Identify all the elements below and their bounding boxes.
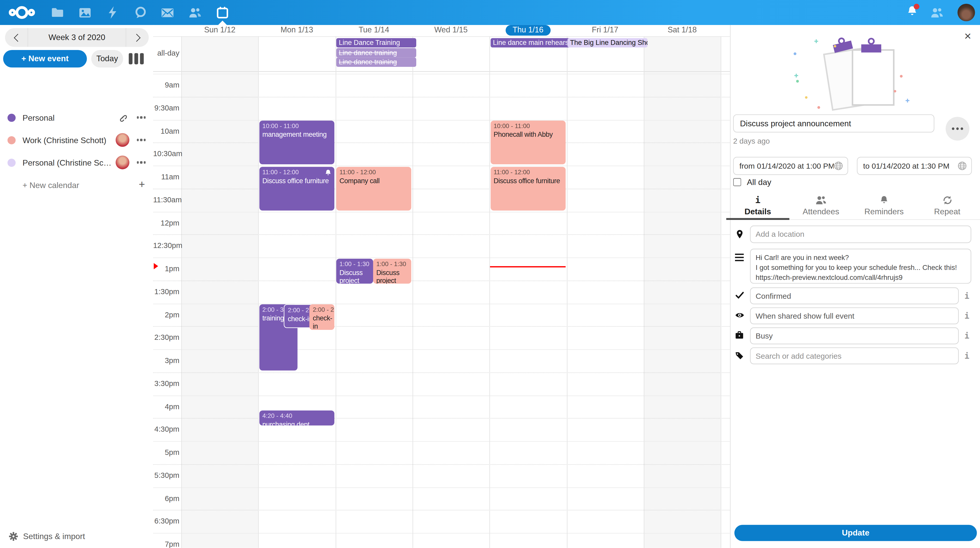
start-datetime-field[interactable]: from 01/14/2020 at 1:00 PM — [733, 157, 848, 175]
talk-app-icon[interactable] — [127, 0, 154, 25]
visibility-select[interactable] — [750, 307, 959, 324]
allday-event[interactable]: The Big Line Dancing Show — [568, 38, 648, 48]
categories-info-icon[interactable]: i — [963, 351, 971, 361]
status-check-icon — [735, 292, 745, 299]
timezone-globe-icon[interactable] — [958, 161, 967, 171]
new-event-button[interactable]: + New event — [3, 50, 87, 68]
visibility-info-icon[interactable]: i — [963, 311, 971, 321]
view-mode-button[interactable] — [129, 53, 144, 64]
previous-week-button[interactable] — [5, 28, 27, 47]
event-actions-menu-button[interactable] — [945, 117, 969, 141]
calendar-item[interactable]: Personal — [0, 108, 153, 127]
day-header[interactable]: Thu 1/16 — [490, 25, 566, 36]
event-title-input[interactable] — [733, 114, 935, 132]
calendar-menu-icon[interactable] — [135, 162, 148, 164]
time-label: 4:30pm — [153, 425, 180, 434]
files-app-icon[interactable] — [44, 0, 71, 25]
user-avatar[interactable] — [958, 4, 975, 21]
status-info-icon[interactable]: i — [963, 291, 971, 300]
description-textarea[interactable]: Hi Carl! are you in next week? I got som… — [750, 249, 971, 284]
time-label: 2pm — [153, 310, 180, 319]
day-header[interactable]: Sun 1/12 — [181, 25, 258, 36]
calendar-event[interactable]: 1:00 - 1:30 Discuss project — [373, 259, 411, 283]
time-label: 9am — [153, 81, 180, 89]
event-editor-panel: × 2 days ago from 01/14/2020 at 1:00 PM — [730, 25, 980, 548]
today-button[interactable]: Today — [91, 50, 123, 68]
allday-event[interactable]: Line Dance Training — [336, 38, 417, 48]
calendar-menu-icon[interactable] — [135, 117, 148, 119]
calendar-color-dot — [7, 159, 16, 167]
time-label: 6pm — [153, 494, 180, 503]
calendar-event[interactable]: 10:00 - 11:00 management meeting — [259, 121, 334, 164]
app-sidebar: Week 3 of 2020 + New event Today Persona… — [0, 25, 154, 548]
end-datetime-field[interactable]: to 01/14/2020 at 1:30 PM — [857, 157, 972, 175]
calendar-event[interactable]: 1:00 - 1:30 Discuss project announcement — [336, 259, 373, 283]
event-time: 10:00 - 11:00 — [493, 122, 563, 130]
photos-app-icon[interactable] — [71, 0, 99, 25]
location-pin-icon — [735, 229, 745, 239]
time-label: 11am — [153, 172, 180, 181]
day-header[interactable]: Tue 1/14 — [335, 25, 412, 36]
allday-label: all-day — [153, 49, 180, 57]
calendar-event[interactable]: 11:00 - 12:00 Company call — [336, 167, 412, 210]
new-calendar-button[interactable]: + New calendar + — [0, 176, 153, 194]
column-separator — [181, 36, 182, 548]
location-input[interactable] — [750, 226, 971, 243]
week-label[interactable]: Week 3 of 2020 — [27, 28, 126, 47]
notifications-bell-icon[interactable] — [898, 0, 926, 25]
calendar-item[interactable]: Personal (Christine Schott) — [0, 153, 153, 172]
tab-details[interactable]: i Details — [726, 192, 789, 219]
update-button[interactable]: Update — [735, 525, 977, 541]
contacts-app-icon[interactable] — [181, 0, 209, 25]
event-title: Phonecall with Abby — [493, 130, 563, 139]
tab-reminders[interactable]: Reminders — [853, 192, 915, 219]
activity-app-icon[interactable] — [99, 0, 126, 25]
calendar-event[interactable]: 10:00 - 11:00 Phonecall with Abby — [490, 121, 566, 164]
mail-app-icon[interactable] — [154, 0, 181, 25]
next-week-button[interactable] — [126, 28, 149, 47]
allday-event[interactable]: Line dance training — [336, 57, 417, 67]
week-grid: Sun 1/12Mon 1/13Tue 1/14Wed 1/15Thu 1/16… — [153, 25, 730, 548]
day-header[interactable]: Sat 1/18 — [644, 25, 721, 36]
freebusy-select[interactable] — [750, 327, 959, 344]
allday-event[interactable]: Line dance training — [336, 48, 417, 57]
day-header[interactable]: Fri 1/17 — [566, 25, 644, 36]
event-time: 1:00 - 1:30 — [339, 260, 370, 268]
app-window: Week 3 of 2020 + New event Today Persona… — [0, 0, 980, 548]
all-day-label: All day — [747, 178, 772, 187]
status-select[interactable] — [750, 288, 959, 304]
calendar-name: Personal (Christine Schott) — [22, 158, 114, 167]
categories-input[interactable] — [750, 348, 959, 364]
calendar-event[interactable]: 11:00 - 12:00 Discuss office furniture — [490, 167, 566, 210]
description-icon — [735, 254, 745, 261]
week-switcher: Week 3 of 2020 — [5, 28, 149, 47]
tab-label: Repeat — [916, 206, 979, 218]
event-title: Discuss office furniture — [262, 176, 331, 185]
calendar-event[interactable]: 11:00 - 12:00 Discuss office furniture — [259, 167, 334, 210]
calendar-event[interactable]: 4:20 - 4:40 purchasing dept — [259, 410, 334, 426]
time-label: 2:30pm — [153, 333, 180, 342]
close-icon[interactable]: × — [964, 30, 971, 42]
nextcloud-logo-icon[interactable] — [9, 5, 35, 20]
tab-label: Attendees — [789, 206, 853, 218]
calendar-event[interactable]: 2:00 - 2:30 check-in — [310, 304, 334, 330]
calendar-color-dot — [7, 136, 16, 144]
time-label: 9:30am — [153, 103, 180, 112]
contacts-menu-icon[interactable] — [923, 0, 951, 25]
allday-event[interactable]: Line dance main rehearsal — [490, 38, 571, 48]
timezone-globe-icon[interactable] — [834, 161, 843, 171]
visibility-eye-icon — [735, 312, 745, 319]
editor-tabs: i Details Attendees Reminders Repeat — [726, 192, 980, 219]
day-header[interactable]: Wed 1/15 — [412, 25, 490, 36]
settings-import-button[interactable]: Settings & import — [0, 528, 153, 544]
all-day-checkbox[interactable] — [733, 178, 741, 186]
calendar-item[interactable]: Work (Christine Schott) — [0, 130, 153, 149]
time-label: 4pm — [153, 402, 180, 411]
freebusy-info-icon[interactable]: i — [963, 331, 971, 341]
tab-repeat[interactable]: Repeat — [916, 192, 979, 219]
day-header[interactable]: Mon 1/13 — [258, 25, 335, 36]
calendar-menu-icon[interactable] — [135, 139, 148, 141]
tab-attendees[interactable]: Attendees — [789, 192, 853, 219]
event-title: Discuss project announcement — [339, 268, 370, 283]
share-link-icon[interactable] — [118, 113, 127, 122]
